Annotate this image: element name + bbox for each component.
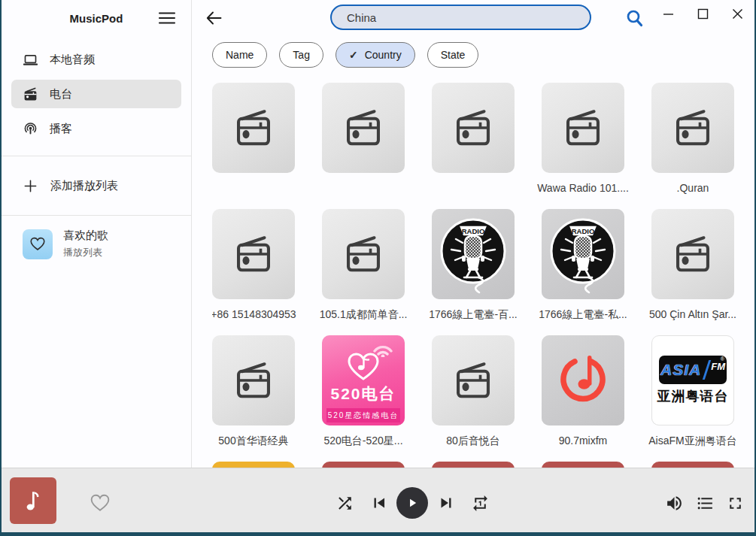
station-tile[interactable]: RADIO 1766線上電臺-私... bbox=[542, 209, 624, 335]
station-tile[interactable]: 500 Çin Altın Şar... bbox=[651, 209, 734, 335]
station-name: +86 15148304953 bbox=[212, 308, 308, 320]
station-art bbox=[651, 209, 734, 299]
liked-songs-subtitle: 播放列表 bbox=[63, 246, 108, 259]
station-name: AisaFM亚洲粤语台 bbox=[638, 435, 748, 448]
add-playlist-label: 添加播放列表 bbox=[50, 179, 118, 193]
filter-chip-label: Tag bbox=[293, 49, 310, 61]
like-button[interactable] bbox=[90, 493, 110, 513]
filter-chip[interactable]: ✓ Tag bbox=[279, 42, 323, 68]
sidebar-item-liked-songs[interactable]: 喜欢的歌 播放列表 bbox=[2, 229, 191, 259]
filter-chip-label: Name bbox=[226, 49, 254, 61]
sidebar-item-radio[interactable]: 电台 bbox=[11, 80, 181, 108]
radio-placeholder-icon bbox=[451, 106, 495, 150]
radio-icon bbox=[23, 86, 38, 102]
radio-placeholder-icon bbox=[451, 359, 495, 402]
station-art bbox=[212, 209, 295, 299]
radio-placeholder-icon bbox=[232, 232, 275, 276]
menu-icon[interactable] bbox=[158, 10, 176, 26]
filter-chip[interactable]: ✓ State bbox=[427, 42, 479, 68]
app-window: MusicPod 本地音频 bbox=[0, 0, 756, 536]
station-name: 500 Çin Altın Şar... bbox=[638, 308, 748, 320]
close-button[interactable] bbox=[728, 4, 746, 23]
station-tile[interactable]: 500首华语经典 bbox=[212, 335, 295, 462]
shuffle-icon bbox=[335, 494, 354, 513]
station-name: 1766線上電臺-私... bbox=[528, 308, 638, 322]
station-tile[interactable]: ASIA FM ® 亚洲粤语台 AisaFM亚洲粤语台 bbox=[651, 335, 734, 462]
filter-chip[interactable]: ✓ Country bbox=[335, 42, 415, 68]
520-radio-logo: 520电台 520星恋情感电台 bbox=[322, 335, 405, 425]
station-name: 500首华语经典 bbox=[212, 435, 308, 448]
shuffle-button[interactable] bbox=[335, 493, 355, 513]
podcast-icon bbox=[23, 121, 38, 137]
station-art bbox=[651, 83, 734, 173]
station-art bbox=[432, 83, 515, 173]
fullscreen-icon bbox=[726, 494, 745, 513]
repeat-one-icon bbox=[471, 494, 490, 513]
add-playlist-button[interactable]: 添加播放列表 bbox=[2, 169, 191, 202]
skip-previous-icon bbox=[369, 493, 389, 513]
sidebar-divider bbox=[2, 215, 191, 216]
play-button[interactable] bbox=[396, 487, 428, 519]
volume-icon bbox=[665, 494, 684, 513]
station-tile[interactable]: Wawa Radio 101.... bbox=[542, 83, 624, 209]
station-art bbox=[322, 209, 405, 299]
next-button[interactable] bbox=[436, 493, 456, 513]
search-input[interactable] bbox=[332, 11, 590, 24]
filter-chip[interactable]: ✓ Name bbox=[212, 42, 267, 68]
volume-button[interactable] bbox=[665, 493, 685, 513]
vintage-mic-logo: RADIO bbox=[432, 209, 515, 299]
player-bar bbox=[2, 468, 754, 532]
sidebar-item-podcast[interactable]: 播客 bbox=[11, 114, 181, 143]
station-tile[interactable] bbox=[322, 83, 405, 209]
station-art bbox=[212, 335, 295, 425]
sidebar-divider bbox=[2, 156, 191, 156]
radio-placeholder-icon bbox=[561, 106, 605, 150]
radio-placeholder-icon bbox=[232, 359, 275, 402]
radio-placeholder-icon bbox=[671, 232, 715, 276]
station-tile[interactable]: RADIO 1766線上電臺-百... bbox=[432, 209, 515, 335]
now-playing-art[interactable] bbox=[10, 477, 56, 524]
mixfm-note-logo bbox=[542, 335, 624, 425]
station-tile[interactable]: 520电台 520星恋情感电台 520电台-520星... bbox=[322, 335, 405, 462]
sidebar-item-local-audio[interactable]: 本地音频 bbox=[11, 45, 181, 74]
station-name: Wawa Radio 101.... bbox=[528, 182, 638, 194]
repeat-one-button[interactable] bbox=[471, 493, 490, 513]
play-icon bbox=[405, 495, 420, 510]
station-tile[interactable] bbox=[432, 83, 515, 209]
station-tile[interactable]: 90.7mixfm bbox=[542, 335, 624, 462]
search-icon[interactable] bbox=[625, 8, 646, 29]
previous-button[interactable] bbox=[369, 493, 389, 513]
heart-icon bbox=[90, 494, 110, 512]
fullscreen-button[interactable] bbox=[726, 493, 745, 513]
station-art bbox=[542, 335, 624, 425]
minimize-button[interactable] bbox=[659, 4, 677, 23]
svg-text:RADIO: RADIO bbox=[572, 227, 595, 235]
window-controls bbox=[659, 4, 746, 23]
station-art: RADIO bbox=[432, 209, 515, 299]
svg-text:RADIO: RADIO bbox=[462, 227, 485, 235]
plus-icon bbox=[23, 179, 38, 193]
station-tile[interactable]: .Quran bbox=[651, 83, 734, 209]
station-art bbox=[432, 335, 515, 425]
station-tile[interactable]: 80后音悦台 bbox=[432, 335, 515, 462]
check-icon: ✓ bbox=[349, 49, 358, 61]
laptop-icon bbox=[23, 52, 38, 68]
radio-placeholder-icon bbox=[342, 232, 385, 276]
station-art bbox=[542, 83, 624, 173]
station-tile[interactable] bbox=[212, 83, 295, 209]
station-tile[interactable]: 105.1成都简单音... bbox=[322, 209, 405, 335]
station-tile[interactable]: +86 15148304953 bbox=[212, 209, 295, 335]
station-name: .Quran bbox=[638, 182, 748, 194]
station-grid: Wawa Radio 101.... .Quran +86 1514830495… bbox=[212, 83, 754, 468]
maximize-button[interactable] bbox=[694, 4, 712, 23]
sidebar-item-label: 电台 bbox=[50, 87, 72, 101]
back-button[interactable] bbox=[205, 8, 224, 28]
filter-chip-label: State bbox=[441, 49, 466, 61]
sidebar-item-label: 本地音频 bbox=[50, 53, 95, 67]
queue-button[interactable] bbox=[696, 493, 715, 513]
radio-placeholder-icon bbox=[342, 106, 385, 150]
station-art: RADIO bbox=[542, 209, 624, 299]
queue-list-icon bbox=[696, 494, 715, 513]
asiafm-logo: ASIA FM ® 亚洲粤语台 bbox=[651, 335, 734, 425]
filter-chip-label: Country bbox=[365, 49, 402, 61]
